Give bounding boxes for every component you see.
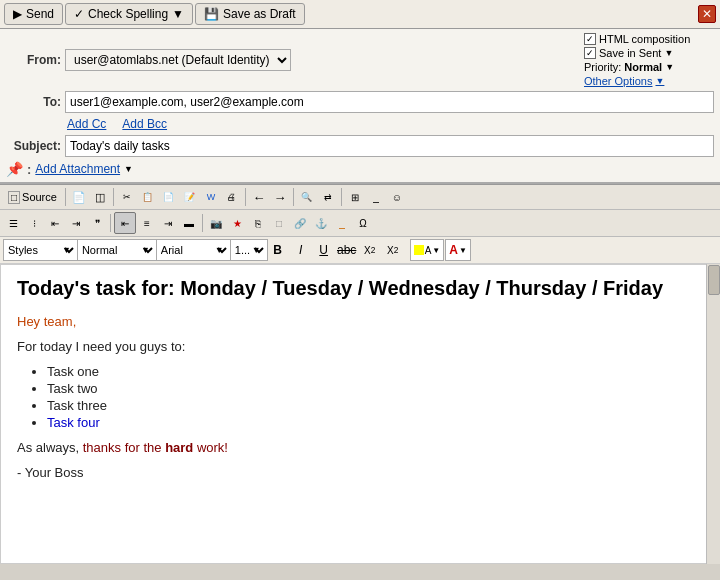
send-button[interactable]: ▶ Send [4, 3, 63, 25]
align-left-button[interactable]: ⇤ [114, 212, 136, 234]
font-select[interactable]: Arial [156, 239, 231, 261]
source-icon: □ [8, 191, 20, 204]
highlight-color-swatch [414, 245, 424, 255]
list-item: Task four [47, 415, 703, 430]
highlight-color-button[interactable]: A ▼ [410, 239, 445, 261]
redo-button[interactable]: → [270, 187, 290, 207]
decrease-indent-button[interactable]: ⇤ [45, 213, 65, 233]
print-button[interactable]: 🖨 [222, 187, 242, 207]
close-button[interactable]: ✕ [698, 5, 716, 23]
subject-input[interactable] [65, 135, 714, 157]
top-toolbar: ▶ Send ✓ Check Spelling ▼ 💾 Save as Draf… [0, 0, 720, 29]
check-spelling-button[interactable]: ✓ Check Spelling ▼ [65, 3, 193, 25]
replace-button[interactable]: ⇄ [318, 187, 338, 207]
paragraph-select[interactable]: Normal [77, 239, 157, 261]
editor-area: □ Source 📄 ◫ ✂ 📋 📄 📝 W 🖨 ← → 🔍 ⇄ ⊞ ⎯ ☺ [0, 184, 720, 564]
editor-toolbar-1: □ Source 📄 ◫ ✂ 📋 📄 📝 W 🖨 ← → 🔍 ⇄ ⊞ ⎯ ☺ [0, 185, 720, 210]
priority-value: Normal [624, 61, 662, 73]
task-list: Task one Task two Task three Task four [47, 364, 703, 430]
attachment-row: 📌 : Add Attachment ▼ [0, 159, 720, 179]
align-right-button[interactable]: ⇥ [158, 213, 178, 233]
add-attachment-link[interactable]: Add Attachment [35, 162, 120, 176]
insert-special-button[interactable]: □ [269, 213, 289, 233]
insert-image-button[interactable]: 📷 [206, 213, 226, 233]
font-color-button[interactable]: A ▼ [445, 239, 471, 261]
text-formatting-buttons: B I U abc X2 X2 [267, 239, 404, 261]
other-options-label: Other Options [584, 75, 652, 87]
greeting-text: Hey team [17, 314, 73, 329]
compose-header: From: user@atomlabs.net (Default Identit… [0, 29, 720, 184]
source-label: Source [22, 191, 57, 203]
paste-from-word-button[interactable]: W [201, 187, 221, 207]
insert-flash-button[interactable]: ★ [227, 213, 247, 233]
font-color-dropdown-icon: ▼ [459, 246, 467, 255]
closing-line: As always, thanks for the hard work! [17, 440, 703, 455]
greeting-comma: , [73, 314, 77, 329]
source-button[interactable]: □ Source [3, 187, 62, 207]
blocks-button[interactable]: ◫ [90, 187, 110, 207]
from-row: From: user@atomlabs.net (Default Identit… [0, 29, 720, 89]
from-label: From: [6, 53, 61, 67]
insert-anchor-button[interactable]: ⚓ [311, 213, 331, 233]
from-select[interactable]: user@atomlabs.net (Default Identity) [65, 49, 291, 71]
add-bcc-link[interactable]: Add Bcc [122, 117, 167, 131]
save-in-sent-checkbox[interactable] [584, 47, 596, 59]
other-options-row[interactable]: Other Options ▼ [584, 75, 714, 87]
strikethrough-button[interactable]: abc [336, 239, 358, 261]
blockquote-button[interactable]: ❞ [87, 213, 107, 233]
cut-button[interactable]: ✂ [117, 187, 137, 207]
sep1 [65, 188, 66, 206]
right-options-panel: HTML composition Save in Sent ▼ Priority… [584, 33, 714, 87]
to-input[interactable] [65, 91, 714, 113]
superscript-button[interactable]: X2 [382, 239, 404, 261]
save-draft-button[interactable]: 💾 Save as Draft [195, 3, 305, 25]
subscript-button[interactable]: X2 [359, 239, 381, 261]
content-area[interactable]: Today's task for: Monday / Tuesday / Wed… [0, 264, 720, 564]
priority-label: Priority: [584, 61, 621, 73]
unordered-list-button[interactable]: ⁝ [24, 213, 44, 233]
add-cc-link[interactable]: Add Cc [67, 117, 106, 131]
save-in-sent-dropdown-icon: ▼ [664, 48, 673, 58]
scrollbar-thumb[interactable] [708, 265, 720, 295]
styles-select[interactable]: Styles [3, 239, 78, 261]
copy-button[interactable]: 📋 [138, 187, 158, 207]
html-composition-checkbox[interactable] [584, 33, 596, 45]
thanks-text: thanks for the hard work! [83, 440, 228, 455]
undo-button[interactable]: ← [249, 187, 269, 207]
insert-table-button[interactable]: ⎘ [248, 213, 268, 233]
priority-row: Priority: Normal ▼ [584, 61, 714, 73]
list-item: Task one [47, 364, 703, 379]
paste-plain-button[interactable]: 📝 [180, 187, 200, 207]
color-buttons: A ▼ A ▼ [410, 239, 471, 261]
increase-indent-button[interactable]: ⇥ [66, 213, 86, 233]
hr-button[interactable]: ⎯ [366, 187, 386, 207]
size-select[interactable]: 1... [230, 239, 268, 261]
cc-bcc-row: Add Cc Add Bcc [0, 115, 720, 133]
bold-button[interactable]: B [267, 239, 289, 261]
table-button[interactable]: ⊞ [345, 187, 365, 207]
insert-rule-button[interactable]: ⎯ [332, 213, 352, 233]
justify-button[interactable]: ▬ [179, 213, 199, 233]
underline-button[interactable]: U [313, 239, 335, 261]
save-draft-icon: 💾 [204, 7, 219, 21]
align-center-button[interactable]: ≡ [137, 213, 157, 233]
special-char-button[interactable]: Ω [353, 213, 373, 233]
ordered-list-button[interactable]: ☰ [3, 213, 23, 233]
email-title: Today's task for: Monday / Tuesday / Wed… [17, 277, 703, 300]
find-button[interactable]: 🔍 [297, 187, 317, 207]
paste-button[interactable]: 📄 [159, 187, 179, 207]
signature-line: - Your Boss [17, 465, 703, 480]
spell-check-icon: ✓ [74, 7, 84, 21]
italic-button[interactable]: I [290, 239, 312, 261]
scrollbar-track[interactable] [706, 264, 720, 564]
highlight-dropdown-icon: ▼ [432, 246, 440, 255]
hard-text: hard [165, 440, 193, 455]
sep2 [113, 188, 114, 206]
editor-toolbar-2: ☰ ⁝ ⇤ ⇥ ❞ ⇤ ≡ ⇥ ▬ 📷 ★ ⎘ □ 🔗 ⚓ ⎯ Ω [0, 210, 720, 237]
list-item: Task three [47, 398, 703, 413]
smiley-button[interactable]: ☺ [387, 187, 407, 207]
subject-label: Subject: [6, 139, 61, 153]
insert-link-button[interactable]: 🔗 [290, 213, 310, 233]
template-button[interactable]: 📄 [69, 187, 89, 207]
other-options-icon: ▼ [655, 76, 664, 86]
